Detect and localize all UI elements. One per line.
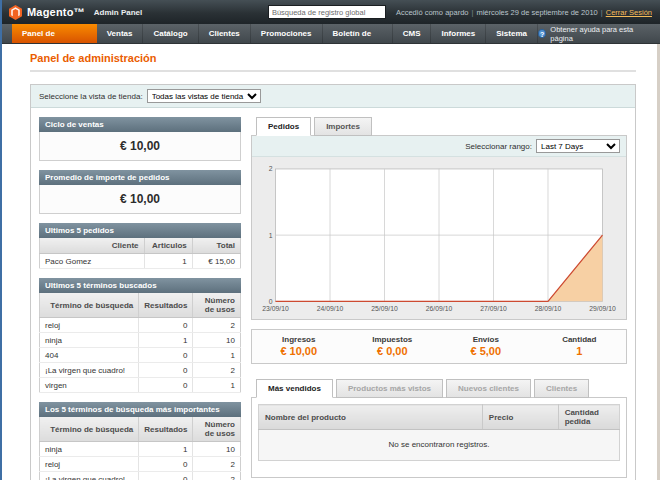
dashboard-right-column: PedidosImportes Seleccionar rango: Last …	[251, 117, 627, 480]
table-row[interactable]: ¡La virgen que cuadro! 0 2	[40, 363, 241, 378]
table-row[interactable]: ¡La virgen que cuadro! 0 2	[40, 472, 241, 480]
total-stat: Envíos € 5,00	[439, 335, 533, 357]
nav-item[interactable]: Boletín de noticias	[323, 24, 393, 43]
svg-text:29/09/10: 29/09/10	[589, 305, 616, 312]
svg-text:2: 2	[269, 165, 273, 172]
cell-total: € 15,00	[192, 254, 240, 269]
cell-uses: 2	[193, 457, 241, 472]
tab[interactable]: Clientes	[534, 379, 589, 398]
total-stat: Impuestos € 0,00	[346, 335, 440, 357]
svg-text:1: 1	[269, 232, 273, 239]
range-label: Seleccionar rango:	[465, 142, 532, 151]
stat-value: € 10,00	[252, 345, 346, 357]
stat-label: Impuestos	[346, 335, 440, 344]
table-row[interactable]: Paco Gomez 1 € 15,00	[40, 254, 241, 269]
store-switcher-bar: Seleccione la vista de tienda: Todas las…	[31, 85, 635, 108]
widget-title: Ultimos 5 pedidos	[39, 223, 241, 238]
cell-results: 1	[139, 333, 193, 348]
widget-top-search-terms: Los 5 términos de búsqueda más important…	[39, 402, 241, 480]
widget-title: Los 5 términos de búsqueda más important…	[39, 402, 241, 417]
help-icon: ?	[538, 29, 546, 38]
cell-uses: 2	[193, 363, 241, 378]
bestsellers-panel: Nombre del productoPrecioCantidad pedida…	[251, 397, 627, 478]
svg-text:23/09/10: 23/09/10	[262, 305, 289, 312]
dashboard-left-column: Ciclo de ventas € 10,00 Promedio de impo…	[39, 117, 241, 480]
svg-text:27/09/10: 27/09/10	[480, 305, 507, 312]
chart-panel: Seleccionar rango: Last 7 Days 01223/09/…	[251, 135, 627, 320]
cell-uses: 10	[193, 442, 241, 457]
cell-term: reloj	[40, 318, 139, 333]
tab[interactable]: Nuevos clientes	[446, 379, 531, 398]
nav-item[interactable]: Promociones	[251, 24, 323, 43]
column-header: Cliente	[40, 238, 145, 254]
tab[interactable]: Más vendidos	[256, 379, 333, 398]
table-header-row: Término de búsquedaResultadosNúmero de u…	[40, 417, 241, 442]
range-select[interactable]: Last 7 Days	[536, 139, 620, 153]
cell-results: 0	[139, 457, 193, 472]
cell-customer: Paco Gomez	[40, 254, 145, 269]
cell-term: 404	[40, 348, 139, 363]
sales-chart: 01223/09/1024/09/1025/09/1026/09/1027/09…	[252, 157, 626, 319]
widget-title: Promedio de importe de pedidos	[39, 170, 241, 185]
cell-results: 0	[139, 378, 193, 393]
help-link[interactable]: ? Obtener ayuda para esta página	[538, 24, 660, 43]
svg-text:24/09/10: 24/09/10	[317, 305, 344, 312]
logo: Magento™ Admin Panel	[9, 5, 142, 20]
column-header: Total	[192, 238, 240, 254]
column-header: Número de usos	[193, 293, 241, 318]
tab[interactable]: Pedidos	[256, 117, 311, 136]
column-header: Articulos	[144, 238, 192, 254]
table-row[interactable]: reloj 0 2	[40, 318, 241, 333]
cell-uses: 1	[193, 348, 241, 363]
dashboard-container: Seleccione la vista de tienda: Todas las…	[30, 84, 636, 480]
magento-logo-icon	[9, 5, 22, 20]
table-row[interactable]: ninja 1 10	[40, 333, 241, 348]
tab[interactable]: Productos más vistos	[336, 379, 443, 398]
column-header: Término de búsqueda	[40, 417, 139, 442]
store-switcher-label: Seleccione la vista de tienda:	[39, 92, 143, 101]
logout-link[interactable]: Cerrar Sesión	[606, 8, 652, 17]
nav-item[interactable]: Panel de administración	[12, 24, 97, 43]
table-row[interactable]: virgen 0 1	[40, 378, 241, 393]
table-header-row: Término de búsquedaResultadosNúmero de u…	[40, 293, 241, 318]
table-row[interactable]: reloj 0 2	[40, 457, 241, 472]
cell-items: 1	[144, 254, 192, 269]
column-header: Término de búsqueda	[40, 293, 139, 318]
cell-term: ¡La virgen que cuadro!	[40, 363, 139, 378]
table-row[interactable]: ninja 1 10	[40, 442, 241, 457]
widget-title: Ultimos 5 términos buscados	[39, 278, 241, 293]
grids-section: Más vendidosProductos más vistosNuevos c…	[251, 379, 627, 478]
cell-results: 0	[139, 348, 193, 363]
global-search-input[interactable]	[268, 5, 386, 19]
cell-results: 0	[139, 318, 193, 333]
nav-item[interactable]: Ventas	[97, 24, 144, 43]
cell-uses: 2	[193, 318, 241, 333]
cell-results: 0	[139, 363, 193, 378]
grid-tabs: Más vendidosProductos más vistosNuevos c…	[251, 379, 627, 398]
cell-term: reloj	[40, 457, 139, 472]
nav-item[interactable]: Informes	[431, 24, 486, 43]
nav-item[interactable]: CMS	[393, 24, 432, 43]
widget-last-search-terms: Ultimos 5 términos buscados Término de b…	[39, 278, 241, 393]
store-view-select[interactable]: Todas las vistas de tienda	[147, 89, 261, 103]
column-header: Resultados	[139, 417, 193, 442]
widget-title: Ciclo de ventas	[39, 117, 241, 132]
cell-uses: 10	[193, 333, 241, 348]
stat-value: € 5,00	[439, 345, 533, 357]
diagram-tabs: PedidosImportes	[251, 117, 627, 136]
help-label: Obtener ayuda para esta página	[550, 25, 648, 43]
stat-label: Cantidad	[533, 335, 627, 344]
nav-item[interactable]: Catálogo	[143, 24, 198, 43]
cell-term: virgen	[40, 378, 139, 393]
totals-bar: Ingresos € 10,00 Impuestos € 0,00 Envíos…	[251, 329, 627, 364]
nav-item[interactable]: Clientes	[199, 24, 251, 43]
stat-value: € 0,00	[346, 345, 440, 357]
widget-average-orders: Promedio de importe de pedidos € 10,00	[39, 170, 241, 214]
brand-subtitle: Admin Panel	[94, 8, 142, 17]
column-header: Resultados	[139, 293, 193, 318]
empty-records-message: No se encontraron registros.	[259, 430, 620, 461]
tab[interactable]: Importes	[314, 117, 372, 136]
widget-lifetime-sales: Ciclo de ventas € 10,00	[39, 117, 241, 161]
table-row[interactable]: 404 0 1	[40, 348, 241, 363]
nav-item[interactable]: Sistema	[486, 24, 538, 43]
